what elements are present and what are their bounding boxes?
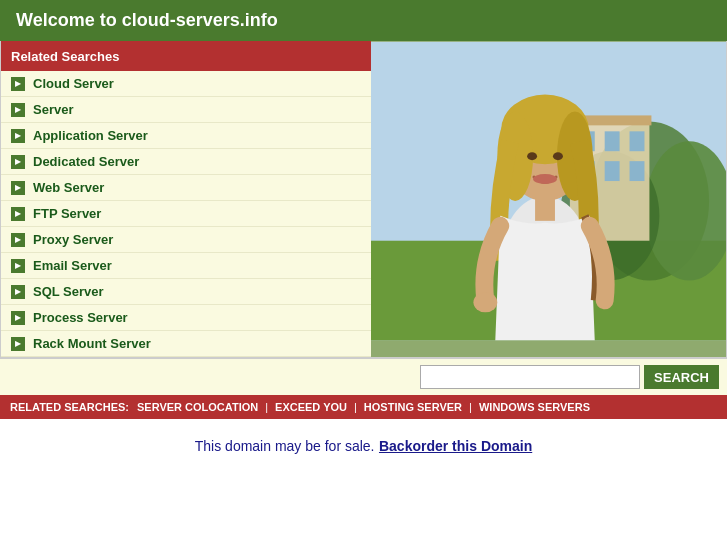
search-item-label: Application Server	[33, 128, 148, 143]
arrow-icon	[11, 207, 25, 221]
header-bar: Welcome to cloud-servers.info	[0, 0, 727, 41]
svg-rect-10	[605, 161, 620, 181]
bottom-area: This domain may be for sale. Backorder t…	[0, 419, 727, 473]
search-item-label: Process Server	[33, 310, 128, 325]
list-item[interactable]: Web Server	[1, 175, 371, 201]
list-item[interactable]: Proxy Server	[1, 227, 371, 253]
search-item-label: Web Server	[33, 180, 104, 195]
arrow-icon	[11, 77, 25, 91]
photo-area	[371, 41, 726, 341]
search-item-label: Rack Mount Server	[33, 336, 151, 351]
page-title: Welcome to cloud-servers.info	[16, 10, 278, 30]
footer-link-3[interactable]: WINDOWS SERVERS	[479, 401, 590, 413]
svg-point-22	[473, 292, 497, 312]
related-searches-header: Related Searches	[1, 41, 371, 71]
arrow-icon	[11, 129, 25, 143]
list-item[interactable]: Rack Mount Server	[1, 331, 371, 357]
footer-related-bar: RELATED SEARCHES: SERVER COLOCATION | EX…	[0, 395, 727, 419]
list-item[interactable]: SQL Server	[1, 279, 371, 305]
list-item[interactable]: Dedicated Server	[1, 149, 371, 175]
svg-rect-21	[535, 196, 555, 221]
search-row: SEARCH	[0, 358, 727, 395]
arrow-icon	[11, 233, 25, 247]
arrow-icon	[11, 155, 25, 169]
list-item[interactable]: FTP Server	[1, 201, 371, 227]
arrow-icon	[11, 181, 25, 195]
footer-link-1[interactable]: EXCEED YOU	[275, 401, 347, 413]
arrow-icon	[11, 103, 25, 117]
main-container: Related Searches Cloud Server Server App…	[0, 41, 727, 358]
svg-point-18	[527, 152, 537, 160]
footer-separator: |	[469, 401, 472, 413]
backorder-link[interactable]: Backorder this Domain	[379, 438, 532, 454]
footer-separator: |	[265, 401, 268, 413]
svg-point-19	[553, 152, 563, 160]
list-item[interactable]: Process Server	[1, 305, 371, 331]
search-item-label: Dedicated Server	[33, 154, 139, 169]
search-button[interactable]: SEARCH	[644, 365, 719, 389]
search-item-label: Proxy Server	[33, 232, 113, 247]
list-item[interactable]: Server	[1, 97, 371, 123]
photo-svg	[371, 41, 726, 341]
list-item[interactable]: Application Server	[1, 123, 371, 149]
arrow-icon	[11, 337, 25, 351]
arrow-icon	[11, 259, 25, 273]
search-item-label: Cloud Server	[33, 76, 114, 91]
photo-panel	[371, 41, 726, 357]
search-item-label: SQL Server	[33, 284, 104, 299]
search-item-label: Server	[33, 102, 73, 117]
svg-point-20	[533, 174, 557, 184]
search-item-label: Email Server	[33, 258, 112, 273]
list-item[interactable]: Cloud Server	[1, 71, 371, 97]
search-item-label: FTP Server	[33, 206, 101, 221]
svg-rect-8	[630, 131, 645, 151]
left-panel: Related Searches Cloud Server Server App…	[1, 41, 371, 357]
footer-separator: |	[354, 401, 357, 413]
svg-rect-11	[630, 161, 645, 181]
related-searches-label: Related Searches	[11, 49, 119, 64]
list-item[interactable]: Email Server	[1, 253, 371, 279]
footer-link-2[interactable]: HOSTING SERVER	[364, 401, 462, 413]
svg-rect-7	[605, 131, 620, 151]
arrow-icon	[11, 285, 25, 299]
sale-text: This domain may be for sale.	[195, 438, 375, 454]
search-input[interactable]	[420, 365, 640, 389]
footer-label: RELATED SEARCHES:	[10, 401, 129, 413]
footer-link-0[interactable]: SERVER COLOCATION	[137, 401, 258, 413]
arrow-icon	[11, 311, 25, 325]
